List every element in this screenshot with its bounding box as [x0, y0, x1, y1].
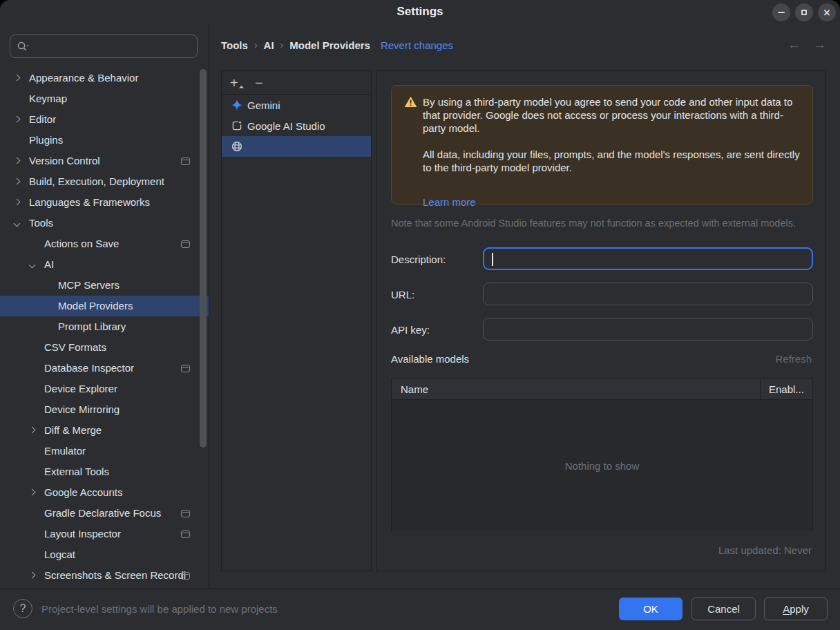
ai-studio-icon	[230, 120, 243, 133]
sidebar-item-label: AI	[44, 258, 54, 270]
help-button[interactable]: ?	[13, 599, 32, 618]
sidebar-item-label: Plugins	[29, 134, 63, 146]
sidebar-item-google-accounts[interactable]: Google Accounts	[0, 482, 209, 503]
dialog-footer: ? Project-level settings will be applied…	[0, 589, 840, 630]
settings-search[interactable]	[10, 35, 198, 58]
maximize-button[interactable]	[795, 3, 813, 21]
sidebar-item-label: Database Inspector	[44, 362, 134, 374]
window-title: Settings	[0, 5, 840, 19]
breadcrumb-separator: ›	[254, 39, 258, 50]
column-header-enabled[interactable]: Enabl...	[760, 379, 812, 399]
sidebar-item-label: External Tools	[44, 466, 109, 477]
api-key-input[interactable]	[483, 318, 813, 341]
cancel-button[interactable]: Cancel	[691, 598, 756, 620]
sidebar-item-csv-formats[interactable]: CSV Formats	[0, 337, 209, 358]
forward-arrow-icon[interactable]: →	[813, 37, 826, 52]
add-provider-button[interactable]: +	[230, 76, 245, 90]
sidebar-item-label: Diff & Merge	[44, 424, 102, 436]
sidebar-scrollbar[interactable]	[200, 69, 207, 448]
sidebar-item-actions-on-save[interactable]: Actions on Save	[0, 233, 209, 254]
empty-state-text: Nothing to show	[565, 460, 640, 472]
revert-changes-link[interactable]: Revert changes	[381, 39, 453, 51]
sidebar-item-external-tools[interactable]: External Tools	[0, 461, 209, 482]
sidebar-item-mcp-servers[interactable]: MCP Servers	[0, 275, 209, 296]
warning-paragraph-2: All data, including your files, prompts,…	[423, 148, 806, 174]
chevron-right-icon	[14, 116, 21, 123]
warning-paragraph-1: By using a third-party model you agree t…	[423, 95, 806, 135]
sidebar-item-label: Version Control	[29, 155, 100, 166]
project-settings-badge-icon	[181, 510, 190, 517]
sidebar-item-label: MCP Servers	[58, 279, 120, 291]
project-settings-badge-icon	[181, 365, 190, 372]
chevron-right-icon	[14, 199, 21, 206]
sidebar-item-prompt-library[interactable]: Prompt Library	[0, 316, 209, 337]
sidebar-item-label: Actions on Save	[44, 238, 119, 249]
sidebar-item-label: Device Mirroring	[44, 403, 120, 415]
gemini-sparkle-icon	[230, 99, 243, 112]
apply-button[interactable]: Apply	[764, 598, 828, 620]
sidebar-item-version-control[interactable]: Version Control	[0, 151, 209, 171]
history-nav: ← →	[788, 37, 836, 52]
providers-toolbar: + −	[222, 71, 371, 95]
sidebar-item-device-mirroring[interactable]: Device Mirroring	[0, 399, 209, 420]
url-input[interactable]	[483, 283, 813, 305]
sidebar-item-logcat[interactable]: Logcat	[0, 544, 209, 565]
sidebar-item-keymap[interactable]: Keymap	[0, 88, 209, 109]
breadcrumb: Tools › AI › Model Providers Revert chan…	[221, 35, 453, 55]
search-input[interactable]	[32, 41, 197, 52]
learn-more-link[interactable]: Learn more	[423, 196, 476, 208]
breadcrumb-separator: ›	[280, 39, 284, 50]
sidebar-item-gradle-declarative-focus[interactable]: Gradle Declarative Focus	[0, 503, 209, 524]
sidebar-item-build-execution-deployment[interactable]: Build, Execution, Deployment	[0, 171, 209, 192]
breadcrumb-tools[interactable]: Tools	[221, 39, 248, 51]
provider-detail-panel: By using a third-party model you agree t…	[376, 70, 826, 571]
models-table-body: Nothing to show	[392, 400, 812, 531]
settings-dialog: Settings ✕ Appearance & Behavior Keymap …	[0, 0, 840, 630]
sidebar-item-label: Prompt Library	[58, 321, 126, 332]
sidebar-item-label: Model Providers	[58, 300, 133, 312]
sidebar-item-layout-inspector[interactable]: Layout Inspector	[0, 524, 209, 544]
close-button[interactable]: ✕	[818, 3, 836, 21]
column-header-name[interactable]: Name	[392, 379, 760, 399]
project-settings-badge-icon	[181, 531, 190, 538]
third-party-warning-banner: By using a third-party model you agree t…	[391, 85, 813, 204]
sidebar-item-label: Google Accounts	[44, 486, 122, 498]
sidebar-item-plugins[interactable]: Plugins	[0, 130, 209, 151]
refresh-button[interactable]: Refresh	[775, 353, 812, 365]
minimize-button[interactable]	[772, 3, 790, 21]
maximize-icon	[801, 10, 807, 15]
back-arrow-icon[interactable]: ←	[788, 37, 801, 52]
remove-provider-button[interactable]: −	[255, 76, 270, 90]
warning-icon	[404, 96, 417, 111]
sidebar-item-label: Gradle Declarative Focus	[44, 507, 161, 519]
chevron-right-icon	[29, 572, 36, 579]
provider-item-new[interactable]	[222, 136, 371, 157]
sidebar-item-diff-merge[interactable]: Diff & Merge	[0, 420, 209, 441]
sidebar-item-ai[interactable]: AI	[0, 254, 209, 275]
sidebar-item-editor[interactable]: Editor	[0, 109, 209, 130]
sidebar-item-screenshots-screen-recording[interactable]: Screenshots & Screen Recordi	[0, 565, 209, 586]
warning-text: By using a third-party model you agree t…	[423, 95, 806, 187]
url-label: URL:	[391, 289, 414, 300]
breadcrumb-ai[interactable]: AI	[264, 39, 274, 51]
globe-icon	[230, 140, 243, 153]
description-input[interactable]	[483, 247, 813, 270]
external-models-note: Note that some Android Studio features m…	[391, 218, 796, 229]
sidebar-item-device-explorer[interactable]: Device Explorer	[0, 379, 209, 399]
sidebar-item-tools[interactable]: Tools	[0, 213, 209, 233]
chevron-right-icon	[14, 158, 21, 164]
chevron-right-icon	[29, 427, 36, 434]
sidebar-item-label: Logcat	[44, 548, 75, 560]
sidebar-item-label: Appearance & Behavior	[29, 72, 138, 84]
sidebar-item-languages-frameworks[interactable]: Languages & Frameworks	[0, 192, 209, 213]
sidebar-item-emulator[interactable]: Emulator	[0, 441, 209, 461]
chevron-right-icon	[14, 178, 21, 185]
ok-button[interactable]: OK	[619, 598, 682, 620]
breadcrumb-model-providers[interactable]: Model Providers	[289, 39, 370, 51]
sidebar-item-model-providers[interactable]: Model Providers	[0, 296, 209, 316]
provider-item-google-ai-studio[interactable]: Google AI Studio	[222, 115, 371, 136]
provider-item-gemini[interactable]: Gemini	[222, 95, 371, 115]
sidebar-item-appearance-behavior[interactable]: Appearance & Behavior	[0, 68, 209, 88]
model-providers-list-panel: + − Gemini Google AI Studio	[221, 70, 372, 571]
sidebar-item-database-inspector[interactable]: Database Inspector	[0, 358, 209, 379]
